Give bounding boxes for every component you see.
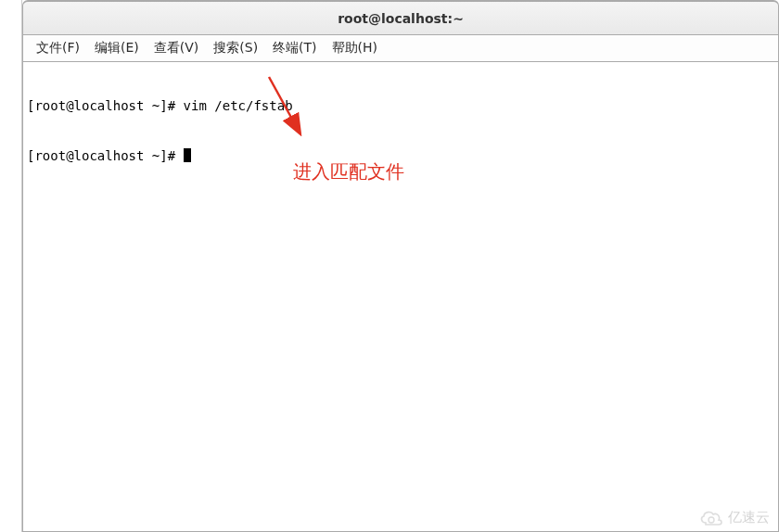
prompt: [root@localhost ~]# [27, 148, 184, 163]
terminal-line-1: [root@localhost ~]# vim /etc/fstab [27, 97, 774, 114]
prompt: [root@localhost ~]# [27, 98, 184, 113]
terminal-area[interactable]: [root@localhost ~]# vim /etc/fstab [root… [22, 61, 779, 532]
menu-help[interactable]: 帮助(H) [325, 38, 385, 58]
menu-edit[interactable]: 编辑(E) [87, 38, 147, 58]
menubar: 文件(F) 编辑(E) 查看(V) 搜索(S) 终端(T) 帮助(H) [22, 35, 779, 61]
menu-file[interactable]: 文件(F) [29, 38, 87, 58]
cursor [184, 148, 191, 162]
terminal-line-2: [root@localhost ~]# [27, 147, 774, 164]
terminal-window: root@localhost:~ 文件(F) 编辑(E) 查看(V) 搜索(S)… [22, 0, 779, 532]
menu-terminal[interactable]: 终端(T) [265, 38, 324, 58]
command-text: vim /etc/fstab [184, 98, 293, 113]
outer-panel [0, 0, 22, 532]
menu-view[interactable]: 查看(V) [147, 38, 207, 58]
window-titlebar[interactable]: root@localhost:~ [22, 0, 779, 35]
window-title: root@localhost:~ [338, 11, 464, 26]
menu-search[interactable]: 搜索(S) [206, 38, 265, 58]
